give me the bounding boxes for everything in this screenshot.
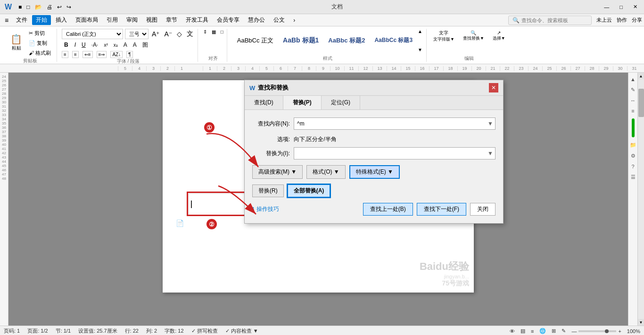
zoom-level[interactable]: 100% — [627, 328, 640, 334]
menu-chapter[interactable]: 章节 — [162, 15, 181, 25]
cloud-status[interactable]: 未上云 — [596, 17, 612, 24]
zoom-slider-thumb[interactable] — [605, 329, 609, 333]
qa-open[interactable]: 📂 — [33, 3, 44, 11]
menu-official[interactable]: 公文 — [270, 15, 289, 25]
paste-button[interactable]: 📋 粘贴 — [8, 34, 25, 52]
find-input[interactable] — [294, 118, 486, 129]
font-name-select[interactable]: Calibri (正文) — [62, 29, 123, 39]
style-h3[interactable]: AaBbCc 标题3 — [370, 34, 417, 47]
tab-replace[interactable]: 替换(P) — [283, 96, 322, 109]
copy-button[interactable]: 📄 复制 — [27, 39, 53, 48]
view-print-btn[interactable]: ⊞ — [552, 328, 556, 334]
sidebar-green-bar[interactable] — [632, 118, 635, 137]
zoom-control[interactable]: — + — [571, 328, 621, 334]
menu-references[interactable]: 引用 — [103, 15, 122, 25]
status-contentcheck[interactable]: ✓ 内容检查 ▼ — [225, 327, 258, 335]
vertical-scrollbar[interactable]: ▲ ▼ — [637, 73, 644, 326]
list-bullet-button[interactable]: ≡ — [62, 51, 68, 58]
styles-up[interactable]: ▲ — [418, 29, 422, 34]
close-dialog-button[interactable]: 关闭 — [470, 203, 495, 216]
close-button[interactable]: ✕ — [628, 3, 642, 11]
sidebar-icon-8[interactable]: ☰ — [631, 174, 636, 180]
replace-input-container[interactable]: ▼ — [294, 147, 495, 159]
style-normal[interactable]: AaBbCc 正文 — [233, 34, 278, 47]
select-button[interactable]: ↗ 选择▼ — [490, 29, 508, 42]
style-h2[interactable]: AaBbc 标题2 — [324, 34, 369, 47]
menu-more[interactable]: › — [289, 16, 299, 25]
find-dropdown-arrow[interactable]: ▼ — [486, 119, 495, 128]
sort-button[interactable]: AZ↓ — [110, 51, 123, 58]
advanced-search-button[interactable]: 高级搜索(M) ▼ — [252, 165, 303, 179]
clear-format-button[interactable]: ◇ — [175, 30, 183, 38]
operations-link[interactable]: ℹ 操作技巧 — [252, 205, 279, 213]
menu-file[interactable]: 文件 — [12, 15, 31, 25]
replace-dropdown-arrow[interactable]: ▼ — [486, 149, 495, 158]
tab-find[interactable]: 查找(D) — [245, 96, 283, 109]
qa-redo[interactable]: ↪ — [65, 3, 73, 11]
format-text-button[interactable]: 文字 文字排版▼ — [430, 29, 457, 43]
qa-new[interactable]: □ — [25, 3, 32, 11]
style-h1[interactable]: AaBb 标题1 — [279, 34, 323, 47]
italic-button[interactable]: I — [73, 41, 78, 49]
font-size-select[interactable]: 三号 — [125, 29, 149, 39]
view-normal-btn[interactable]: ▤ — [520, 328, 525, 334]
find-prev-button[interactable]: 查找上一处(B) — [363, 203, 413, 216]
indent-decrease-button[interactable]: ⇐≡ — [83, 51, 93, 58]
find-next-button[interactable]: 查找下一处(F) — [417, 203, 466, 216]
find-input-container[interactable]: ▼ — [294, 117, 495, 130]
indent-increase-button[interactable]: ≡⇒ — [97, 51, 107, 58]
dialog-close-button[interactable]: ✕ — [489, 83, 498, 92]
font-size-decrease[interactable]: A⁻ — [163, 30, 173, 38]
status-eye-icon[interactable]: 👁 — [510, 328, 515, 334]
scroll-thumb[interactable] — [638, 89, 644, 117]
maximize-button[interactable]: □ — [615, 3, 627, 11]
sidebar-icon-6[interactable]: ⚙ — [631, 153, 636, 159]
format-button[interactable]: 格式(O) ▼ — [306, 165, 346, 179]
menu-layout[interactable]: 页面布局 — [72, 15, 102, 25]
menu-start[interactable]: 开始 — [32, 15, 51, 25]
scroll-down-button[interactable]: ▼ — [638, 319, 644, 326]
find-replace-button[interactable]: 🔍 查找替换▼ — [460, 29, 487, 42]
view-edit-btn[interactable]: ✎ — [561, 328, 566, 334]
zoom-in-button[interactable]: + — [618, 328, 621, 334]
status-spellcheck[interactable]: ✓ 拼写检查 — [191, 327, 218, 335]
sidebar-icon-4[interactable]: ≡ — [631, 108, 634, 114]
search-input[interactable] — [521, 17, 587, 23]
menu-review[interactable]: 审阅 — [123, 15, 141, 25]
sidebar-icon-1[interactable]: ▲ — [630, 76, 636, 82]
view-outline-btn[interactable]: ≡ — [531, 328, 534, 334]
zoom-slider[interactable] — [578, 330, 616, 332]
qa-undo[interactable]: ↩ — [55, 3, 64, 11]
replace-all-button[interactable]: 全部替换(A) — [288, 184, 330, 197]
minimize-button[interactable]: — — [599, 3, 614, 11]
qa-save[interactable]: ■ — [17, 3, 24, 11]
superscript-button[interactable]: x² — [102, 42, 109, 48]
char-border-button[interactable]: 圄 — [140, 41, 150, 50]
menu-smart-office[interactable]: 慧办公 — [244, 15, 269, 25]
view-web-btn[interactable]: 🌐 — [539, 328, 546, 334]
para-marks-button[interactable]: ¶ — [126, 51, 132, 58]
tab-goto[interactable]: 定位(G) — [322, 96, 360, 109]
replace-button[interactable]: 替换(R) — [252, 184, 284, 197]
scroll-track[interactable] — [638, 79, 644, 319]
shading-button[interactable]: ▦ — [210, 29, 217, 35]
format-painter-button[interactable]: 🖌 格式刷 — [27, 49, 53, 58]
collaborate-btn[interactable]: 协作 — [617, 17, 627, 24]
line-spacing-button[interactable]: ⇕ — [202, 29, 208, 35]
sidebar-icon-5[interactable]: 📁 — [630, 142, 636, 148]
menu-insert[interactable]: 插入 — [52, 15, 71, 25]
underline-button[interactable]: U — [80, 41, 88, 49]
subscript-button[interactable]: x₂ — [112, 42, 120, 48]
menu-vip[interactable]: 会员专享 — [213, 15, 243, 25]
share-btn[interactable]: 分享 — [632, 17, 642, 24]
qa-print[interactable]: 🖨 — [45, 3, 54, 11]
list-number-button[interactable]: ≡ — [72, 51, 79, 58]
menu-view[interactable]: 视图 — [142, 15, 161, 25]
special-format-button[interactable]: 特殊格式(E) ▼ — [349, 165, 400, 179]
scroll-up-button[interactable]: ▲ — [638, 73, 644, 79]
hamburger-menu[interactable]: ≡ — [2, 16, 11, 25]
replace-input[interactable] — [294, 148, 486, 159]
phonetic-button[interactable]: 文 — [185, 29, 195, 39]
border-button[interactable]: □ — [219, 29, 225, 35]
styles-down[interactable]: ▼ — [418, 47, 422, 52]
